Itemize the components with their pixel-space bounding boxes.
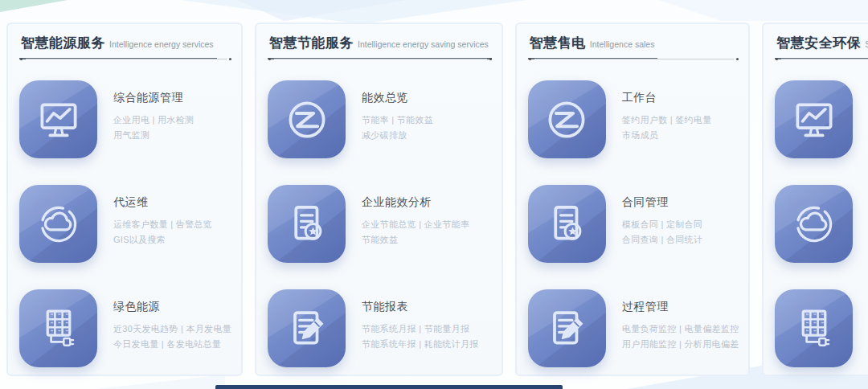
service-icon-tile bbox=[775, 289, 853, 367]
service-card[interactable]: 维护监测 抢修工单分类 | 抢修人员 巡检人员 bbox=[775, 80, 868, 158]
card-subtitle-line: 节能率 | 节能效益 bbox=[362, 113, 433, 128]
cloud-circle-icon bbox=[790, 200, 838, 248]
panel-subtitle: Intelligence energy saving services bbox=[358, 39, 489, 49]
bottom-left-decoration bbox=[96, 375, 225, 389]
monitor-chart-icon bbox=[790, 96, 838, 144]
document-pencil-icon bbox=[542, 305, 591, 353]
service-icon-tile bbox=[528, 80, 606, 158]
document-pencil-icon bbox=[283, 305, 331, 353]
service-icon-tile bbox=[268, 289, 346, 367]
panel-subtitle: Security environmental protection bbox=[865, 39, 868, 49]
card-title: 企业能效分析 bbox=[362, 195, 469, 210]
service-card[interactable]: 能效总览 节能率 | 节能效益 减少碳排放 bbox=[268, 80, 492, 158]
card-title: 综合能源管理 bbox=[113, 91, 194, 105]
card-subtitle-line: 节能系统年报 | 耗能统计月报 bbox=[362, 337, 478, 352]
panel-header: 智慧能源服务Intelligence energy services bbox=[19, 34, 231, 61]
z-logo-icon bbox=[283, 96, 331, 144]
blue-facet-decoration bbox=[237, 0, 406, 21]
header-rule bbox=[534, 59, 734, 61]
document-star-icon bbox=[542, 200, 591, 248]
card-subtitle-line: 市场成员 bbox=[622, 128, 712, 143]
card-subtitle-line: 电量负荷监控 | 电量偏差监控 bbox=[622, 321, 739, 337]
panel-header: 智慧售电Intelligence sales bbox=[528, 34, 739, 61]
card-title: 绿色能源 bbox=[113, 300, 231, 314]
service-card[interactable]: 工作台 签约用户数 | 签约电量 市场成员 bbox=[528, 80, 739, 158]
service-icon-tile bbox=[268, 80, 346, 158]
service-card[interactable]: 排放监测 污染物排放 | 碳排放 粉尘 | 二氧化硫 bbox=[775, 185, 868, 263]
panel-energy-saving-services: 智慧节能服务Intelligence energy saving service… bbox=[255, 23, 503, 376]
card-subtitle-line: 今日发电量 | 各发电站总量 bbox=[113, 337, 231, 352]
card-title: 代运维 bbox=[113, 195, 212, 210]
card-subtitle-line: 企业节能总览 | 企业节能率 bbox=[362, 217, 469, 232]
card-title: 节能报表 bbox=[362, 300, 478, 314]
card-subtitle-line: 节能效益 bbox=[362, 232, 469, 248]
card-title: 合同管理 bbox=[622, 195, 702, 210]
service-card[interactable]: 综合能源管理 企业用电 | 用水检测 用气监测 bbox=[19, 80, 231, 158]
header-rule bbox=[26, 59, 227, 61]
card-subtitle-line: 签约用户数 | 签约电量 bbox=[622, 113, 712, 128]
service-icon-tile bbox=[19, 185, 97, 263]
service-icon-tile bbox=[528, 185, 606, 263]
service-panels: 智慧能源服务Intelligence energy services 综合能源管… bbox=[6, 23, 865, 376]
service-overview-page: 智慧能源服务Intelligence energy services 综合能源管… bbox=[0, 0, 868, 389]
panel-subtitle: Intelligence sales bbox=[590, 39, 655, 49]
panel-energy-services: 智慧能源服务Intelligence energy services 综合能源管… bbox=[6, 23, 243, 376]
service-icon-tile bbox=[268, 185, 346, 263]
card-subtitle-line: 近30天发电趋势 | 本月发电量 bbox=[113, 321, 231, 337]
cloud-circle-icon bbox=[35, 200, 83, 248]
teal-corner-decoration bbox=[0, 0, 68, 12]
blue-facet-decoration bbox=[181, 0, 526, 24]
card-subtitle-line: 节能系统月报 | 节能量月报 bbox=[362, 321, 478, 337]
card-subtitle-line: 模板合同 | 定制合同 bbox=[622, 217, 702, 232]
service-card[interactable]: 节能报表 节能系统月报 | 节能量月报 节能系统年报 | 耗能统计月报 bbox=[268, 289, 492, 367]
service-icon-tile bbox=[19, 289, 97, 367]
service-card[interactable]: 视频监控 外部厂区监控 | 内部监控 火灾监控 bbox=[775, 289, 868, 367]
service-card[interactable]: 过程管理 电量负荷监控 | 电量偏差监控 用户用能监控 | 分析用电偏差 bbox=[528, 289, 739, 367]
service-icon-tile bbox=[775, 185, 853, 263]
panel-title: 智慧节能服务 bbox=[269, 35, 354, 51]
panel-title: 智慧售电 bbox=[530, 35, 586, 51]
service-card[interactable]: 绿色能源 近30天发电趋势 | 本月发电量 今日发电量 | 各发电站总量 bbox=[19, 289, 231, 367]
monitor-chart-icon bbox=[35, 96, 83, 144]
panel-header: 智慧节能服务Intelligence energy saving service… bbox=[268, 34, 492, 61]
z-logo-icon bbox=[542, 96, 591, 144]
card-title: 工作台 bbox=[622, 91, 712, 105]
header-rule bbox=[781, 59, 868, 61]
service-icon-tile bbox=[528, 289, 606, 367]
panel-title: 智慧能源服务 bbox=[21, 35, 105, 51]
panel-electricity-sales: 智慧售电Intelligence sales 工作台 签约用户数 | 签约电量 … bbox=[515, 23, 750, 376]
card-subtitle-line: 减少碳排放 bbox=[362, 128, 433, 143]
service-card[interactable]: 企业能效分析 企业节能总览 | 企业节能率 节能效益 bbox=[268, 185, 492, 263]
header-rule bbox=[274, 59, 487, 61]
card-subtitle-line: 用户用能监控 | 分析用电偏差 bbox=[622, 337, 739, 352]
panel-header: 智慧安全环保Security environmental protection bbox=[775, 34, 868, 61]
service-card[interactable]: 合同管理 模板合同 | 定制合同 合同查询 | 合同统计 bbox=[528, 185, 739, 263]
card-subtitle-line: 用气监测 bbox=[113, 128, 194, 143]
service-icon-tile bbox=[19, 80, 97, 158]
panel-subtitle: Intelligence energy services bbox=[109, 39, 214, 49]
card-subtitle-line: GIS以及搜索 bbox=[113, 232, 212, 248]
card-subtitle-line: 运维客户数量 | 告警总览 bbox=[113, 217, 212, 232]
solar-panel-icon bbox=[35, 305, 83, 353]
footer-bar bbox=[215, 385, 563, 389]
card-subtitle-line: 企业用电 | 用水检测 bbox=[113, 113, 194, 128]
card-subtitle-line: 合同查询 | 合同统计 bbox=[622, 232, 702, 248]
panel-security-environment: 智慧安全环保Security environmental protection … bbox=[762, 23, 868, 376]
service-icon-tile bbox=[775, 80, 853, 158]
panel-title: 智慧安全环保 bbox=[776, 35, 861, 51]
blue-facet-decoration bbox=[659, 0, 868, 21]
service-card[interactable]: 代运维 运维客户数量 | 告警总览 GIS以及搜索 bbox=[19, 185, 231, 263]
card-title: 过程管理 bbox=[622, 300, 739, 314]
solar-panel-icon bbox=[790, 305, 838, 353]
card-title: 能效总览 bbox=[362, 91, 433, 105]
document-star-icon bbox=[283, 200, 331, 248]
